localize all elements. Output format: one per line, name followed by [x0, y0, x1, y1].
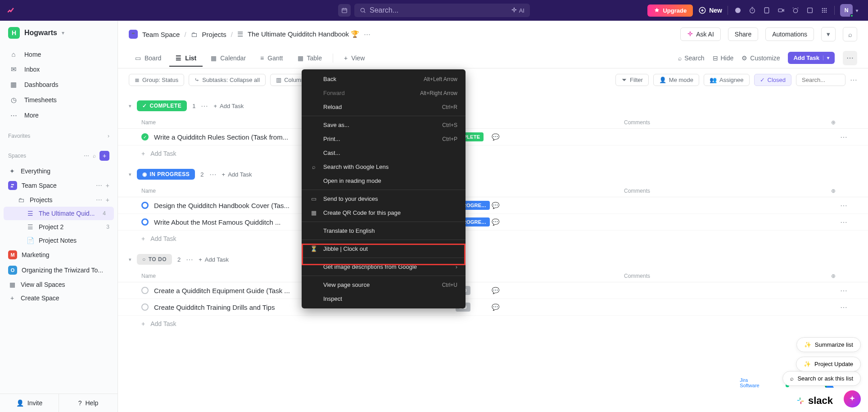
- comment-icon[interactable]: 💬: [492, 133, 519, 140]
- search-action[interactable]: ⌕Search: [678, 54, 704, 62]
- breadcrumb-projects[interactable]: Projects: [202, 31, 226, 38]
- task-row[interactable]: Write About the Most Famous Quidditch ..…: [118, 214, 868, 231]
- nav-home[interactable]: ⌂Home: [5, 47, 112, 62]
- nav-more[interactable]: ⋯More: [5, 108, 112, 123]
- hide-action[interactable]: ⊟Hide: [713, 54, 734, 62]
- ctx-inspect[interactable]: Inspect: [302, 292, 466, 306]
- add-task-row[interactable]: +Add Task: [118, 145, 868, 162]
- collapse-icon[interactable]: ▾: [129, 172, 131, 177]
- notepad-icon[interactable]: [762, 6, 771, 15]
- more-icon[interactable]: ⋯: [201, 102, 208, 110]
- ctx-search-lens[interactable]: ⌕Search with Google Lens: [302, 160, 466, 174]
- status-dot-todo-icon[interactable]: [141, 287, 149, 294]
- jira-icon[interactable]: Jira Software: [742, 376, 755, 389]
- task-row[interactable]: Design the Quidditch Handbook Cover (Tas…: [118, 197, 868, 214]
- workspace-switcher[interactable]: H Hogwarts ▾: [0, 21, 118, 45]
- search-icon-button[interactable]: ⌕: [843, 27, 857, 41]
- ctx-create-qr[interactable]: ▦Create QR Code for this page: [302, 206, 466, 220]
- ctx-print[interactable]: Print...Ctrl+P: [302, 132, 466, 146]
- status-badge-todo[interactable]: ○TO DO: [137, 254, 172, 265]
- grid-icon[interactable]: [805, 6, 814, 15]
- ctx-back[interactable]: BackAlt+Left Arrow: [302, 72, 466, 86]
- sidebar-view-all-spaces[interactable]: ▦ View all Spaces: [0, 278, 118, 291]
- plus-icon[interactable]: +: [106, 196, 109, 204]
- plus-icon[interactable]: +: [106, 182, 109, 189]
- slack-integration[interactable]: slack: [796, 395, 833, 407]
- more-icon[interactable]: ⋯: [840, 218, 857, 226]
- task-row[interactable]: Create a Quidditch Equipment Guide (Task…: [118, 282, 868, 299]
- status-dot-todo-icon[interactable]: [141, 303, 149, 311]
- more-icon[interactable]: ⋯: [840, 133, 857, 141]
- group-add-task[interactable]: +Add Task: [213, 103, 244, 109]
- clickup-logo[interactable]: [5, 5, 16, 16]
- comment-icon[interactable]: 💬: [492, 287, 519, 294]
- tab-add-view[interactable]: +View: [338, 50, 371, 66]
- timer-icon[interactable]: [748, 6, 757, 15]
- sidebar-project-notes[interactable]: 📄 Project Notes: [0, 234, 118, 247]
- me-mode-pill[interactable]: 👤Me mode: [653, 74, 699, 86]
- add-task-row[interactable]: +Add Task: [118, 231, 868, 247]
- user-avatar[interactable]: N: [840, 4, 853, 17]
- add-column-icon[interactable]: ⊕: [831, 273, 845, 279]
- more-icon[interactable]: ⋯: [96, 196, 102, 204]
- more-icon[interactable]: ⋯: [850, 76, 857, 84]
- sidebar-projects[interactable]: 🗀 Projects ⋯+: [0, 193, 118, 207]
- status-dot-progress-icon[interactable]: [141, 202, 149, 209]
- more-icon[interactable]: ⋯: [186, 255, 193, 264]
- apps-icon[interactable]: [820, 6, 829, 15]
- check-circle-icon[interactable]: [733, 6, 742, 15]
- search-ask-pill[interactable]: ⌕Search or ask this list: [782, 371, 861, 386]
- nav-dashboards[interactable]: ▦Dashboards: [5, 77, 112, 92]
- ctx-image-desc[interactable]: Get image descriptions from Google›: [302, 260, 466, 274]
- assignee-pill[interactable]: 👥Assignee: [704, 74, 749, 86]
- subtasks-pill[interactable]: ⤷Subtasks: Collapse all: [189, 74, 266, 86]
- more-icon[interactable]: ⋯: [840, 286, 857, 295]
- filter-pill[interactable]: ⏷Filter: [615, 74, 649, 86]
- ctx-cast[interactable]: Cast...: [302, 146, 466, 160]
- comment-icon[interactable]: 💬: [492, 218, 519, 226]
- tab-gantt[interactable]: ≡Gantt: [254, 50, 289, 66]
- ctx-translate[interactable]: Translate to English: [302, 224, 466, 238]
- tab-list[interactable]: ☰List: [169, 50, 203, 66]
- comment-icon[interactable]: 💬: [492, 303, 519, 311]
- more-icon[interactable]: ⋯: [209, 170, 217, 179]
- collapse-icon[interactable]: ▾: [129, 103, 131, 109]
- video-icon[interactable]: [777, 6, 786, 15]
- group-add-task[interactable]: +Add Task: [222, 171, 252, 178]
- add-task-row[interactable]: +Add Task: [118, 316, 868, 332]
- task-row[interactable]: Create Quidditch Training Drills and Tip…: [118, 299, 868, 316]
- sidebar-organizing[interactable]: O Organizing the Triwizard To...: [0, 263, 118, 278]
- search-icon[interactable]: ⌕: [93, 153, 96, 159]
- nav-timesheets[interactable]: ◷Timesheets: [5, 92, 112, 108]
- more-icon[interactable]: ⋯: [840, 201, 857, 210]
- new-button[interactable]: New: [698, 6, 722, 14]
- nav-inbox[interactable]: ✉Inbox: [5, 62, 112, 77]
- collapse-icon[interactable]: ▾: [129, 257, 131, 263]
- status-badge-inprogress[interactable]: ◉IN PROGRESS: [137, 169, 195, 180]
- tab-board[interactable]: ▭Board: [129, 50, 167, 66]
- ask-ai-button[interactable]: Ask AI: [680, 27, 721, 41]
- add-column-icon[interactable]: ⊕: [831, 119, 845, 126]
- automations-button[interactable]: Automations: [765, 27, 814, 41]
- favorites-section[interactable]: Favorites ›: [0, 125, 118, 143]
- ctx-reading-mode[interactable]: Open in reading mode: [302, 174, 466, 188]
- closed-pill[interactable]: ✓Closed: [754, 74, 791, 86]
- more-icon[interactable]: ⋯: [96, 182, 102, 189]
- sidebar-ultimate-quidditch[interactable]: ☰ The Ultimate Quid... 4: [4, 207, 114, 220]
- add-column-icon[interactable]: ⊕: [831, 188, 845, 194]
- more-icon[interactable]: ⋯: [843, 51, 857, 65]
- more-icon[interactable]: ⋯: [364, 30, 371, 38]
- filter-search-input[interactable]: [796, 74, 845, 86]
- alarm-icon[interactable]: [791, 6, 800, 15]
- ctx-send-devices[interactable]: ▭Send to your devices: [302, 192, 466, 206]
- share-button[interactable]: Share: [728, 27, 758, 41]
- ctx-jibble[interactable]: ⏳Jibble | Clock out: [302, 242, 466, 256]
- status-badge-complete[interactable]: ✓COMPLETE: [137, 100, 187, 111]
- calendar-button[interactable]: [338, 4, 351, 17]
- tab-calendar[interactable]: ▦Calendar: [204, 50, 252, 66]
- upgrade-button[interactable]: Upgrade: [647, 5, 693, 17]
- group-add-task[interactable]: +Add Task: [199, 256, 229, 263]
- add-task-button[interactable]: Add Task▾: [788, 52, 835, 64]
- breadcrumb-team-space[interactable]: Team Space: [142, 31, 180, 38]
- sidebar-marketing[interactable]: M Marketing: [0, 247, 118, 263]
